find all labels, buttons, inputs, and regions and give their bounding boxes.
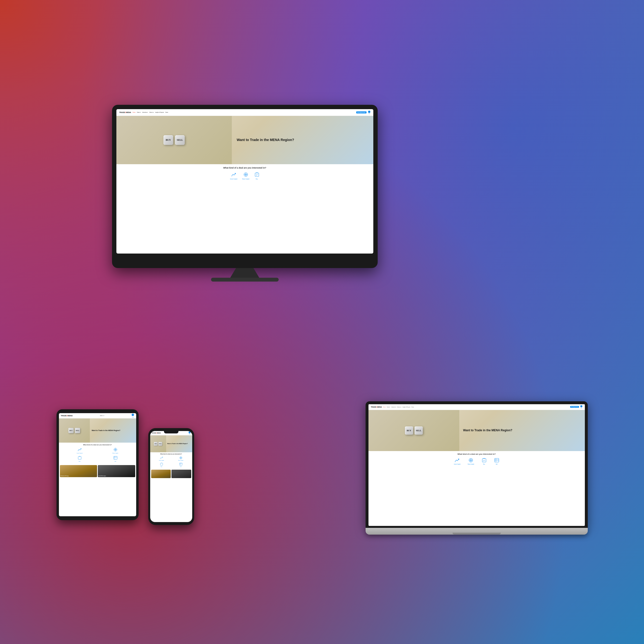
lnav-news[interactable]: News — [411, 406, 414, 408]
tdeal-raise[interactable]: Raise Capital — [99, 447, 132, 454]
lnav-home[interactable]: Home — [383, 406, 386, 408]
lbuy-icon — [481, 458, 487, 463]
ldeal-buy[interactable]: Buy — [481, 458, 487, 465]
nav-insights[interactable]: Insights & Reports — [155, 112, 164, 113]
traise-icon — [113, 447, 118, 452]
desktop-logo: TRADEXMENA — [119, 112, 131, 113]
llogo-trade: TRADE — [371, 406, 376, 408]
laptop-base — [366, 528, 588, 535]
tlogo-trade: TRADE — [61, 415, 67, 417]
laptop-hero-headline: Want to Trade in the MENA Region? — [459, 429, 516, 432]
lnav-industries[interactable]: Industries ▾ — [391, 406, 396, 408]
tablet-login[interactable]: 👤 Login — [132, 414, 134, 418]
login-icon: 👤 — [368, 111, 370, 113]
laptop-login[interactable]: 👤 Login — [580, 405, 582, 409]
svg-rect-31 — [179, 463, 182, 465]
hero-dice-area: BUY SELL — [116, 116, 232, 164]
laptop-post-btn[interactable]: Post Opportunity — [570, 406, 579, 408]
tablet-navbar: TRADEXMENA MENU ☰ 👤 Login — [59, 413, 136, 418]
pbuy-icon — [160, 462, 163, 466]
tdeal-sell[interactable]: Sell — [99, 456, 132, 462]
tbuy-icon — [78, 456, 82, 460]
lnav-about[interactable]: About us — [397, 406, 401, 408]
linvest-icon — [454, 458, 460, 463]
lnav-insights[interactable]: Insights & Reports — [403, 406, 410, 408]
nav-industries[interactable]: Industries ▾ — [142, 112, 148, 113]
phone-screen: TRADEXMENA MENU 👤 Login BUY SELL Want to… — [150, 431, 192, 522]
phone-login[interactable]: 👤 Login — [189, 432, 191, 435]
laptop-logo: TRADEXMENA — [371, 406, 382, 408]
nav-home[interactable]: Home — [133, 112, 135, 113]
laptop-nav-links: Home Deals ▾ Industries ▾ About us Insig… — [383, 406, 569, 408]
phone-notch — [164, 431, 178, 433]
lsell-icon — [494, 458, 499, 463]
tablet-section-title: What kind of a deal are you interested i… — [59, 443, 136, 446]
nav-deals[interactable]: Deals ▾ — [137, 112, 141, 113]
tlogo-mena: MENA — [68, 415, 73, 417]
tablet-card-oil-label: Food & Beverages — [99, 475, 106, 476]
logo-trade: TRADE — [119, 112, 125, 113]
tablet-deal-icons: Invest Capital Raise Capital — [59, 446, 136, 464]
tbuy-dice: BUY — [68, 428, 74, 433]
lbuy-dice: BUY — [405, 426, 413, 435]
tablet-screen: TRADEXMENA MENU ☰ 👤 Login BUY SELL — [59, 413, 136, 516]
tablet-bezel: TRADEXMENA MENU ☰ 👤 Login BUY SELL — [57, 409, 139, 520]
desktop-login[interactable]: 👤 Login — [368, 111, 370, 114]
lnav-deals[interactable]: Deals ▾ — [387, 406, 390, 408]
tsell-icon — [113, 456, 118, 460]
tdeal-invest[interactable]: Invest Capital — [63, 447, 97, 454]
lhero-dice-area: BUY SELL — [368, 410, 459, 451]
desktop-post-btn[interactable]: Post Opportunity — [356, 111, 367, 113]
tinvest-icon — [78, 447, 82, 452]
monitor-bezel: TRADEXMENA Home Deals ▾ Industries ▾ Abo… — [112, 105, 378, 268]
tablet-cards: Petroleum & Energy Food & Beverages — [59, 464, 136, 478]
tsell-dice: SELL — [75, 428, 80, 433]
deal-raise[interactable]: Raise Capital — [242, 172, 249, 180]
plogo-trade: TRADE — [152, 432, 156, 434]
desktop-navbar: TRADEXMENA Home Deals ▾ Industries ▾ Abo… — [116, 109, 373, 116]
desktop-hero: BUY SELL Want to Trade in the MENA Regio… — [116, 116, 373, 164]
deal-invest[interactable]: Invest Capital — [230, 172, 237, 180]
plogo-mena: MENA — [157, 432, 161, 434]
laptop-screen: TRADEXMENA Home Deals ▾ Industries ▾ Abo… — [368, 404, 585, 526]
pdeal-invest[interactable]: Invest Capital — [153, 456, 170, 461]
desktop-nav-links: Home Deals ▾ Industries ▾ About us Insig… — [133, 112, 355, 113]
pdeal-sell[interactable]: Sell — [172, 462, 190, 467]
svg-rect-23 — [113, 456, 117, 460]
desktop-deal-icons: Invest Capital Raise Capital — [116, 170, 373, 182]
nav-about[interactable]: About us — [149, 112, 154, 113]
phero-dice-area: BUY SELL — [150, 435, 166, 452]
desktop-monitor: TRADEXMENA Home Deals ▾ Industries ▾ Abo… — [112, 105, 378, 282]
tablet-card-desert-label: Petroleum & Energy — [61, 475, 69, 476]
buy-dice: BUY — [163, 135, 173, 145]
tablet-logo: TRADEXMENA — [61, 415, 73, 417]
phone-section-title: What kind of a deal are you interested i… — [150, 452, 192, 456]
ldeal-invest[interactable]: Invest Capital — [454, 458, 460, 465]
laptop-deal-icons: Invest Capital Raise Capital — [368, 456, 585, 467]
desktop-section-title: What kind of a deal are you interested i… — [116, 164, 373, 170]
laptop-hero: BUY SELL Want to Trade in the MENA Regio… — [368, 410, 585, 451]
plogin-icon: 👤 — [189, 432, 191, 433]
pinvest-icon — [160, 456, 163, 460]
tablet-card-desert: Petroleum & Energy — [60, 465, 97, 477]
llogin-icon: 👤 — [580, 405, 582, 407]
pdeal-buy[interactable]: Buy — [153, 462, 170, 467]
lraise-icon — [468, 458, 474, 463]
tdeal-buy[interactable]: Buy — [63, 456, 97, 462]
pbuy-dice: BUY — [154, 442, 158, 446]
phone-deal-icons: Invest Capital Raise Capital — [150, 455, 192, 469]
nav-news[interactable]: News — [165, 112, 168, 113]
pdeal-raise[interactable]: Raise Capital — [172, 456, 190, 461]
tablet-menu-btn[interactable]: MENU ☰ — [100, 415, 104, 416]
svg-rect-30 — [160, 463, 163, 465]
monitor-screen: TRADEXMENA Home Deals ▾ Industries ▾ Abo… — [116, 109, 373, 254]
invest-icon — [231, 172, 236, 177]
buy-icon — [254, 172, 260, 177]
svg-rect-11 — [482, 459, 486, 462]
thero-dice-area: BUY SELL — [59, 418, 90, 443]
psell-dice: SELL — [158, 442, 162, 446]
deal-buy[interactable]: Buy — [254, 172, 260, 180]
ldeal-raise[interactable]: Raise Capital — [468, 458, 474, 465]
raise-icon — [243, 172, 248, 177]
ldeal-sell[interactable]: Sell — [494, 458, 499, 465]
